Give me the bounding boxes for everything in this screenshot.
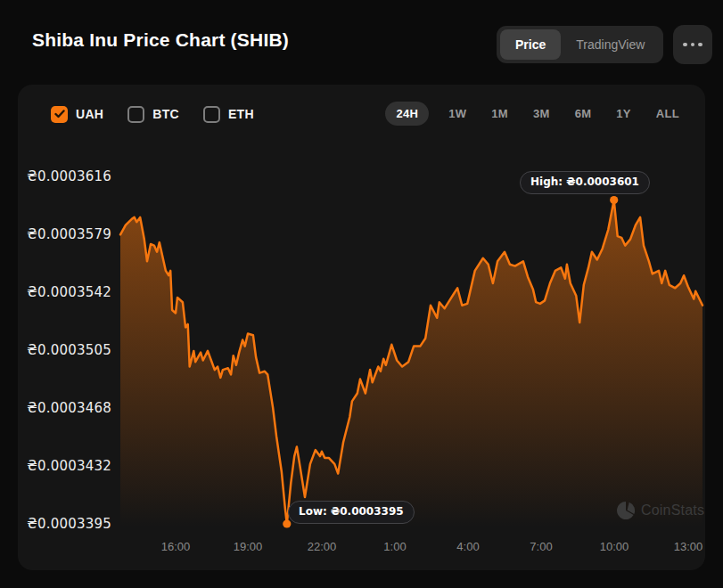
currency-eth[interactable]: ETH	[203, 106, 254, 123]
x-tick: 22:00	[295, 538, 349, 556]
range-6m[interactable]: 6M	[570, 102, 597, 126]
currency-btc[interactable]: BTC	[127, 106, 179, 123]
price-line-chart	[120, 172, 704, 528]
range-all[interactable]: ALL	[651, 102, 685, 126]
x-tick: 4:00	[441, 538, 495, 556]
page-title: Shiba Inu Price Chart (SHIB)	[32, 29, 289, 51]
currency-label: UAH	[76, 107, 103, 121]
price-chart[interactable]	[120, 172, 704, 528]
checkbox-unchecked-icon[interactable]	[203, 106, 220, 123]
currency-uah[interactable]: UAH	[51, 106, 103, 123]
view-toggle: Price TradingView	[497, 26, 663, 63]
y-tick: ₴0.0003542	[27, 284, 111, 300]
range-1w[interactable]: 1W	[443, 102, 472, 126]
checkbox-unchecked-icon[interactable]	[127, 106, 144, 123]
range-row: 24H 1W 1M 3M 6M 1Y ALL	[385, 101, 685, 126]
y-tick: ₴0.0003395	[27, 516, 111, 532]
range-24h[interactable]: 24H	[385, 102, 429, 126]
tab-tradingview[interactable]: TradingView	[561, 29, 660, 60]
watermark-label: CoinStats	[641, 502, 704, 519]
ellipsis-icon	[683, 43, 687, 47]
y-tick: ₴0.0003432	[27, 458, 111, 474]
y-tick: ₴0.0003505	[27, 342, 111, 358]
y-tick: ₴0.0003468	[27, 400, 111, 416]
coinstats-pie-icon	[617, 502, 635, 519]
low-point-marker	[283, 519, 291, 527]
high-point-marker	[610, 196, 618, 204]
x-tick: 16:00	[149, 538, 202, 556]
range-3m[interactable]: 3M	[528, 102, 555, 126]
low-tooltip: Low: ₴0.0003395	[288, 501, 415, 524]
high-tooltip: High: ₴0.0003601	[520, 171, 650, 194]
range-1y[interactable]: 1Y	[611, 102, 637, 126]
x-tick: 1:00	[368, 538, 422, 556]
tab-price[interactable]: Price	[500, 29, 561, 60]
currency-label: ETH	[228, 107, 254, 121]
page: Shiba Inu Price Chart (SHIB) Price Tradi…	[0, 0, 723, 588]
x-tick: 10:00	[587, 538, 641, 556]
x-tick: 13:00	[661, 538, 715, 556]
range-1m[interactable]: 1M	[486, 102, 513, 126]
y-tick: ₴0.0003616	[27, 168, 111, 184]
area-fill	[120, 200, 702, 528]
x-tick: 7:00	[514, 538, 568, 556]
currency-label: BTC	[152, 107, 179, 121]
chart-card: UAH BTC ETH 24H 1W 1M 3M 6M 1Y ALL ₴0.00…	[18, 85, 705, 570]
currency-row: UAH BTC ETH	[51, 102, 254, 127]
x-tick: 19:00	[221, 538, 275, 556]
more-options-button[interactable]	[673, 25, 712, 64]
watermark: CoinStats	[617, 502, 704, 519]
y-tick: ₴0.0003579	[27, 226, 111, 242]
checkbox-checked-icon[interactable]	[51, 106, 68, 123]
